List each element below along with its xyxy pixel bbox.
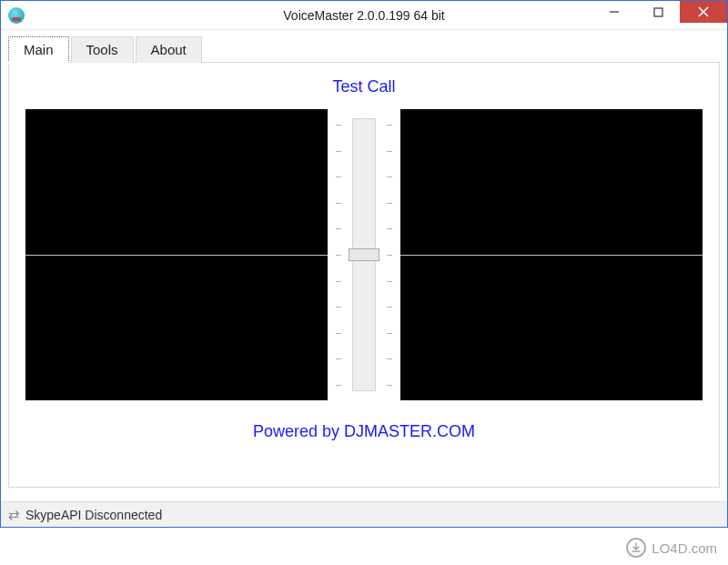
waveform-left [25, 109, 328, 400]
status-text: SkypeAPI Disconnected [25, 508, 162, 522]
watermark: LO4D.com [626, 538, 717, 558]
waveform-right [400, 109, 703, 400]
application-window: VoiceMaster 2.0.0.199 64 bit Main Tools … [0, 0, 728, 528]
status-bar: ⇄ SkypeAPI Disconnected [1, 501, 727, 527]
watermark-text: LO4D.com [652, 540, 717, 556]
svg-rect-1 [654, 8, 662, 16]
sync-icon: ⇄ [8, 507, 20, 523]
slider-track[interactable] [352, 118, 376, 391]
slider-thumb[interactable] [349, 248, 379, 261]
waveform-row [25, 109, 703, 400]
close-button[interactable] [680, 1, 727, 23]
app-icon [8, 7, 25, 24]
waveform-baseline [400, 255, 703, 256]
tab-about[interactable]: About [136, 36, 202, 63]
content-area: Main Tools About Test Call [1, 30, 727, 488]
waveform-baseline [25, 255, 328, 256]
window-title: VoiceMaster 2.0.0.199 64 bit [283, 8, 444, 23]
test-call-link[interactable]: Test Call [25, 77, 703, 96]
maximize-button[interactable] [636, 1, 680, 23]
titlebar[interactable]: VoiceMaster 2.0.0.199 64 bit [1, 1, 727, 30]
powered-by-link[interactable]: Powered by DJMASTER.COM [25, 422, 703, 441]
tab-tools[interactable]: Tools [71, 36, 134, 63]
window-controls [592, 1, 727, 25]
minimize-button[interactable] [592, 1, 636, 23]
level-slider[interactable] [339, 109, 389, 400]
tab-strip: Main Tools About [8, 36, 720, 63]
tab-main[interactable]: Main [8, 36, 69, 63]
download-icon [626, 538, 646, 558]
tab-panel-main: Test Call Powered by DJMASTER.COM [8, 62, 720, 488]
